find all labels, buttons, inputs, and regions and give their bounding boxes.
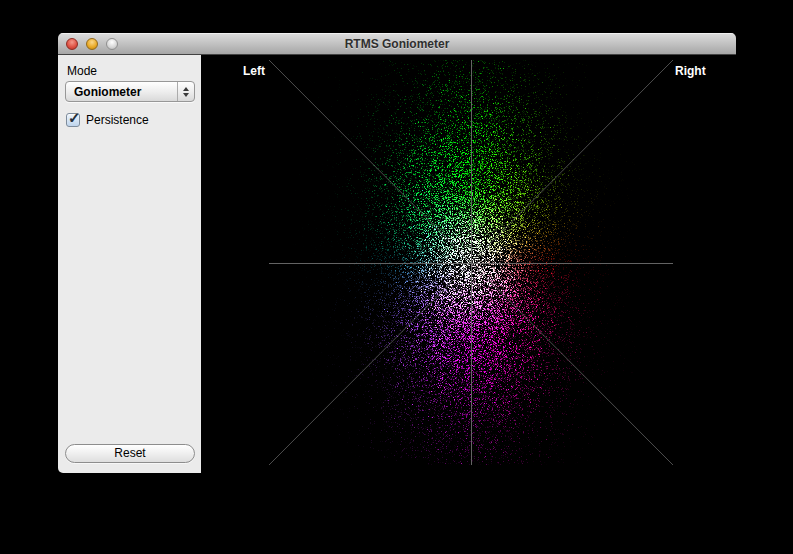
- sidebar: Mode Goniometer ✓ Persistence Reset: [58, 55, 201, 473]
- close-button-icon[interactable]: [66, 38, 78, 50]
- mode-label: Mode: [67, 64, 97, 78]
- window-content: Mode Goniometer ✓ Persistence Reset Left…: [58, 55, 736, 473]
- window-controls: [58, 38, 118, 50]
- right-channel-label: Right: [675, 64, 706, 78]
- persistence-checkbox[interactable]: ✓: [66, 113, 80, 127]
- minimize-button-icon[interactable]: [86, 38, 98, 50]
- stepper-up-icon: [183, 87, 189, 91]
- window-title: RTMS Goniometer: [58, 37, 736, 51]
- goniometer-view: Left Right: [201, 55, 736, 473]
- persistence-option[interactable]: ✓ Persistence: [66, 113, 149, 127]
- zoom-button-icon[interactable]: [106, 38, 118, 50]
- mode-select[interactable]: Goniometer: [65, 81, 195, 102]
- left-channel-label: Left: [243, 64, 265, 78]
- app-window: RTMS Goniometer Mode Goniometer ✓ Persis…: [58, 33, 736, 473]
- stepper-down-icon: [183, 93, 189, 97]
- title-bar[interactable]: RTMS Goniometer: [58, 33, 736, 55]
- persistence-label: Persistence: [86, 113, 149, 127]
- popup-stepper: [177, 82, 194, 101]
- reset-button[interactable]: Reset: [65, 444, 195, 463]
- goniometer-canvas: [269, 60, 673, 465]
- checkmark-icon: ✓: [68, 109, 81, 127]
- mode-select-value: Goniometer: [66, 85, 177, 99]
